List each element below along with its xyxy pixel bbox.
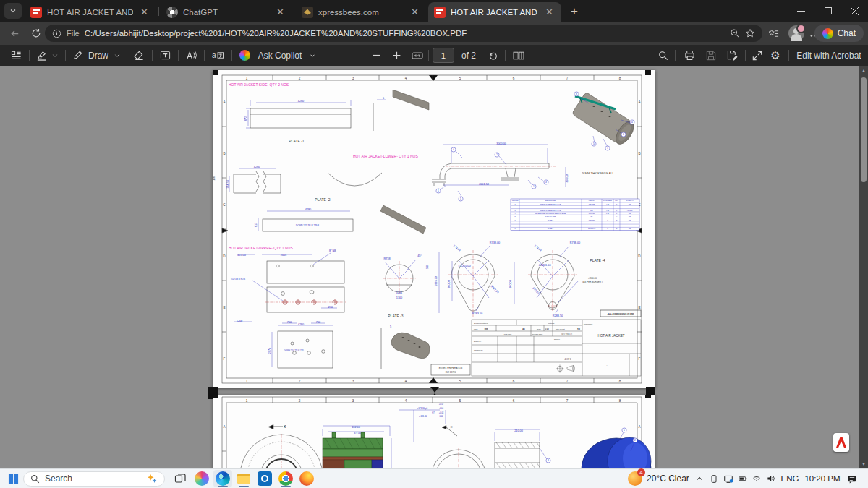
ask-copilot-chevron-icon[interactable] — [307, 45, 318, 66]
pdf-page-2[interactable]: 12345678AAK432.00377.00+0.07∅571.30 p6-0… — [213, 395, 655, 468]
zone-column-label: 8 — [619, 77, 621, 80]
copilot-sparkle-icon — [146, 474, 158, 484]
draw-label[interactable]: Draw — [85, 45, 111, 66]
titleblock-text: Surface — [554, 338, 561, 340]
scroll-up-icon[interactable]: ▲ — [859, 68, 868, 73]
print-icon[interactable] — [681, 45, 698, 66]
tab-close-icon[interactable]: ✕ — [138, 7, 150, 17]
notification-center-icon[interactable] — [845, 469, 859, 488]
zone-row-label: E — [223, 306, 225, 309]
titleblock-text: UNIT — [474, 328, 478, 330]
cast-screen-icon[interactable] — [722, 469, 735, 488]
refresh-icon[interactable] — [27, 25, 45, 41]
new-tab-button[interactable]: + — [566, 4, 583, 20]
toolbar-divider — [29, 50, 30, 61]
titleblock-text: - — [606, 364, 607, 367]
scrollbar-thumb[interactable] — [861, 77, 867, 182]
weather-text[interactable]: 20°C Clear — [647, 469, 692, 488]
zoom-out-icon[interactable] — [367, 45, 385, 66]
drawing-annotation: 170.50 — [453, 244, 461, 252]
fit-to-width-icon[interactable] — [408, 45, 427, 66]
favorites-list-icon[interactable] — [768, 28, 779, 39]
draw-chevron-icon[interactable] — [111, 45, 123, 66]
tab-xpressbees[interactable]: xpressbees.com ✕ — [296, 2, 427, 22]
zone-column-label: 6 — [513, 380, 515, 383]
read-aloud-icon[interactable] — [182, 45, 200, 66]
save-as-icon[interactable] — [723, 45, 741, 66]
vertical-scrollbar[interactable]: ▲ ▼ — [859, 66, 868, 468]
firefox-app-icon[interactable] — [297, 469, 316, 488]
titleblock-text: Scale — [537, 328, 541, 330]
battery-icon[interactable] — [736, 469, 749, 488]
outlook-app-icon[interactable] — [255, 469, 274, 488]
hidden-icons-chevron-icon[interactable] — [693, 469, 706, 488]
engineering-drawing-sheet-1: 1122334455667788AABBCCDDEEFFHOT AIR JACK… — [213, 70, 655, 388]
ask-copilot-icon[interactable] — [237, 45, 252, 66]
drawing-annotation: HOT AIR JACKET-LOWER- QTY 1 NOS — [353, 154, 418, 158]
fullscreen-icon[interactable] — [749, 45, 766, 66]
highlighter-icon[interactable] — [33, 45, 49, 66]
phone-link-icon[interactable] — [707, 469, 720, 488]
search-placeholder: Search — [45, 474, 141, 484]
search-input[interactable]: Search — [23, 471, 165, 487]
titleblock-text: MM — [485, 328, 488, 330]
maximize-button[interactable] — [814, 0, 841, 22]
minimize-button[interactable] — [788, 0, 814, 22]
zone-row-label: C — [223, 203, 226, 207]
edit-with-acrobat-button[interactable]: Edit with Acrobat — [793, 45, 865, 66]
draw-pen-icon[interactable] — [69, 45, 85, 66]
info-icon[interactable] — [52, 29, 61, 38]
tab-hot-air-jacket-2-active[interactable]: HOT AIR JACKET AND STUFFING B ✕ — [428, 2, 561, 22]
translate-icon[interactable]: a — [208, 45, 227, 66]
parts-table — [511, 199, 639, 231]
tab-close-icon[interactable]: ✕ — [409, 7, 421, 17]
highlighter-chevron-icon[interactable] — [49, 45, 61, 66]
pdf-page-1[interactable]: 1122334455667788AABBCCDDEEFFHOT AIR JACK… — [213, 70, 655, 388]
speaker-icon[interactable] — [764, 469, 777, 488]
tab-actions-chevron-icon[interactable] — [4, 3, 22, 19]
acrobat-extension-button[interactable] — [833, 433, 849, 452]
tab-close-icon[interactable]: ✕ — [543, 7, 556, 17]
ask-copilot-label[interactable]: Ask Copilot — [253, 45, 307, 66]
profile-avatar[interactable] — [788, 25, 804, 41]
tab-hot-air-jacket-1[interactable]: HOT AIR JACKET AND STUFFING B ✕ — [25, 2, 156, 22]
task-view-icon[interactable] — [171, 469, 190, 488]
page-view-icon[interactable] — [509, 45, 528, 66]
copilot-icon — [822, 28, 833, 39]
address-url-field[interactable]: File C:/Users/abhijit/Desktop/project%20… — [45, 25, 762, 42]
chat-button[interactable]: Chat — [814, 25, 864, 42]
tab-chatgpt[interactable]: ChatGPT ✕ — [161, 2, 292, 22]
page-number-input[interactable]: 1 — [433, 48, 454, 63]
eraser-icon[interactable] — [130, 45, 146, 66]
zoom-page-icon[interactable] — [730, 28, 740, 38]
back-icon[interactable] — [6, 25, 23, 41]
save-icon[interactable] — [702, 45, 720, 66]
weather-widget-icon[interactable]: 4 — [626, 469, 644, 488]
edge-app-icon[interactable] — [213, 470, 232, 487]
clock[interactable]: 10:20 PM — [801, 469, 843, 488]
titleblock-text: 1:50 — [545, 328, 549, 330]
wifi-icon[interactable] — [750, 469, 763, 488]
search-document-icon[interactable] — [655, 45, 672, 66]
drawing-annotation: R727.37 — [490, 285, 499, 294]
favorite-star-icon[interactable] — [745, 28, 755, 38]
close-button[interactable] — [841, 0, 868, 22]
rotate-icon[interactable] — [485, 45, 502, 66]
start-button-icon[interactable] — [4, 469, 22, 488]
zoom-in-icon[interactable] — [388, 45, 405, 66]
scroll-down-icon[interactable]: ▼ — [859, 461, 868, 466]
tab-close-icon[interactable]: ✕ — [274, 7, 286, 17]
parts-table-cell: 128.5925 — [589, 203, 595, 205]
drawing-annotation: 8" NB — [329, 249, 336, 252]
copilot-app-icon[interactable] — [192, 469, 211, 488]
zone-row-label: F — [639, 357, 641, 361]
drawing-annotation: PLATE -4 — [590, 258, 605, 262]
text-box-icon[interactable] — [156, 45, 174, 66]
parts-table-cell: 4280X2974 — [588, 225, 596, 226]
drawing-annotation: 700 — [287, 321, 292, 324]
table-of-contents-icon[interactable] — [7, 45, 25, 66]
notification-count-badge: 4 — [637, 468, 645, 476]
settings-gear-icon[interactable]: ⚙ — [767, 45, 784, 66]
language-indicator[interactable]: ENG — [778, 469, 801, 488]
parts-table-cell: 8 INCH FLANGE — [545, 215, 556, 217]
